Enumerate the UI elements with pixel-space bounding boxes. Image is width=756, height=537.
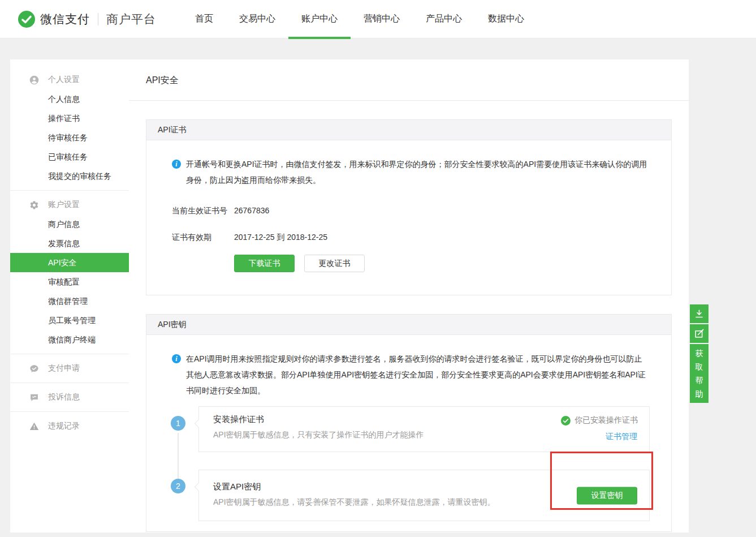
sidebar-item-wechat-group-mgmt[interactable]: 微信群管理 [10, 291, 129, 311]
user-icon [29, 75, 39, 85]
brand[interactable]: 微信支付 商户平台 [18, 0, 156, 38]
step-1-status: 你已安装操作证书 [561, 415, 638, 426]
sidebar-group-personal-settings: 个人设置 个人信息 操作证书 待审核任务 已审核任务 我提交的审核任务 [10, 70, 129, 191]
chat-bubble-icon [29, 393, 39, 402]
download-cert-button[interactable]: 下载证书 [234, 255, 295, 272]
sidebar-group-title: 支付申请 [48, 363, 80, 373]
sidebar-group-complaint-info: 投诉信息 [10, 383, 129, 412]
api-key-card-title: API密钥 [146, 315, 671, 335]
sidebar: 个人设置 个人信息 操作证书 待审核任务 已审核任务 我提交的审核任务 账户设置… [10, 59, 129, 532]
brand-platform: 商户平台 [106, 11, 156, 27]
edit-icon [694, 328, 705, 339]
brand-divider [98, 13, 98, 25]
cert-management-link[interactable]: 证书管理 [606, 432, 637, 442]
feedback-shortcut-button[interactable] [690, 324, 709, 343]
step-connector-line [178, 433, 179, 479]
cert-info-row: 开通帐号和更换API证书时，由微信支付签发，用来标识和界定你的身份；部分安全性要… [172, 156, 649, 188]
sidebar-item-invoice-info[interactable]: 发票信息 [10, 234, 129, 253]
change-cert-button[interactable]: 更改证书 [304, 255, 365, 272]
info-icon [172, 354, 181, 363]
api-certificate-card: API证书 开通帐号和更换API证书时，由微信支付签发，用来标识和界定你的身份；… [146, 119, 672, 295]
sidebar-item-merchant-info[interactable]: 商户信息 [10, 214, 129, 234]
annotation-highlight-rectangle [550, 452, 653, 510]
step-2-badge: 2 [171, 479, 185, 493]
warning-icon [29, 422, 39, 431]
step-1-desc: API密钥属于敏感信息，只有安装了操作证书的用户才能操作 [213, 430, 638, 440]
sidebar-group-title: 投诉信息 [48, 392, 80, 402]
step-install-cert-card: 安装操作证书 API密钥属于敏感信息，只有安装了操作证书的用户才能操作 你已安装… [198, 406, 650, 452]
sidebar-item-review-config[interactable]: 审核配置 [10, 272, 129, 291]
info-icon [172, 160, 181, 169]
cert-info-text: 开通帐号和更换API证书时，由微信支付签发，用来标识和界定你的身份；部分安全性要… [186, 156, 649, 188]
nav-marketing-center[interactable]: 营销中心 [351, 0, 413, 38]
sidebar-group-head-personal[interactable]: 个人设置 [10, 70, 129, 89]
sidebar-item-staff-account-mgmt[interactable]: 员工账号管理 [10, 311, 129, 330]
nav-product-center[interactable]: 产品中心 [413, 0, 475, 38]
sidebar-group-head-account[interactable]: 账户设置 [10, 195, 129, 214]
sidebar-group-head-payment[interactable]: 支付申请 [10, 359, 129, 378]
brand-name: 微信支付 [40, 11, 90, 27]
sidebar-group-violation-records: 违规记录 [10, 412, 129, 440]
step-1-badge: 1 [171, 416, 185, 431]
help-widget: 获取帮助 [690, 304, 709, 404]
sidebar-item-wechat-merchant-terminal[interactable]: 微信商户终端 [10, 330, 129, 349]
sidebar-group-account-settings: 账户设置 商户信息 发票信息 API安全 审核配置 微信群管理 员工账号管理 微… [10, 191, 129, 354]
sidebar-group-title: 违规记录 [48, 421, 80, 431]
sidebar-group-head-violation[interactable]: 违规记录 [10, 416, 129, 436]
cert-validity-value: 2017-12-25 到 2018-12-25 [234, 229, 327, 245]
sidebar-item-personal-info[interactable]: 个人信息 [10, 89, 129, 109]
sidebar-group-head-complaint[interactable]: 投诉信息 [10, 388, 129, 407]
nav-home[interactable]: 首页 [182, 0, 226, 38]
nav-account-center[interactable]: 账户中心 [288, 0, 351, 38]
cert-validity-row: 证书有效期 2017-12-25 到 2018-12-25 [172, 229, 649, 245]
sidebar-item-reviewed[interactable]: 已审核任务 [10, 147, 129, 166]
gear-icon [29, 200, 39, 210]
apikey-info-text: 在API调用时用来按照指定规则对你的请求参数进行签名，服务器收到你的请求时会进行… [186, 351, 649, 398]
sidebar-item-pending-review[interactable]: 待审核任务 [10, 128, 129, 147]
wechat-bubble-icon [29, 364, 39, 373]
sidebar-group-title: 账户设置 [48, 200, 80, 210]
wechat-pay-merchant-platform: 微信支付 商户平台 首页 交易中心 账户中心 营销中心 产品中心 数据中心 个人… [0, 0, 756, 537]
cert-buttons-row: 下载证书 更改证书 [234, 255, 649, 285]
cert-validity-label: 证书有效期 [172, 229, 234, 245]
sidebar-group-title: 个人设置 [48, 75, 80, 85]
sidebar-item-operation-cert[interactable]: 操作证书 [10, 109, 129, 128]
get-help-button[interactable]: 获取帮助 [690, 344, 709, 403]
step-1-status-text: 你已安装操作证书 [574, 415, 638, 426]
cert-number-label: 当前生效证书号 [172, 203, 234, 218]
download-shortcut-button[interactable] [690, 304, 709, 323]
api-certificate-card-body: 开通帐号和更换API证书时，由微信支付签发，用来标识和界定你的身份；部分安全性要… [146, 140, 671, 295]
sidebar-item-my-submitted-review[interactable]: 我提交的审核任务 [10, 166, 129, 186]
sidebar-group-payment-application: 支付申请 [10, 354, 129, 383]
check-circle-icon [561, 416, 571, 426]
apikey-info-row: 在API调用时用来按照指定规则对你的请求参数进行签名，服务器收到你的请求时会进行… [172, 351, 649, 398]
nav-data-center[interactable]: 数据中心 [475, 0, 537, 38]
download-icon [694, 308, 705, 319]
api-certificate-card-title: API证书 [146, 120, 671, 140]
sidebar-item-api-security[interactable]: API安全 [10, 253, 129, 272]
main-nav: 首页 交易中心 账户中心 营销中心 产品中心 数据中心 [182, 0, 537, 38]
cert-number-row: 当前生效证书号 26767836 [172, 203, 649, 218]
top-bar: 微信支付 商户平台 首页 交易中心 账户中心 营销中心 产品中心 数据中心 [0, 0, 756, 38]
page-title: API安全 [129, 59, 689, 101]
nav-transaction-center[interactable]: 交易中心 [226, 0, 288, 38]
cert-number-value: 26767836 [234, 203, 269, 218]
get-help-label: 获取帮助 [695, 346, 703, 401]
wechat-pay-logo-icon [18, 11, 35, 28]
